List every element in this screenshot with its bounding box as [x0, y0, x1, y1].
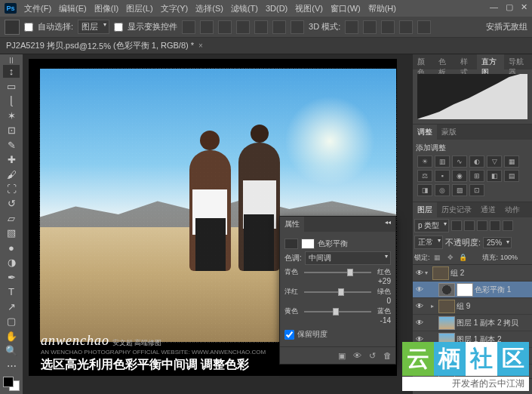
eraser-tool[interactable]: ▱	[3, 212, 20, 225]
lock-all-icon[interactable]: 🔒	[458, 252, 469, 263]
menu-layer[interactable]: 图层(L)	[126, 3, 152, 14]
layer-name[interactable]: 组 9	[457, 301, 470, 312]
tab-adjustments[interactable]: 调整	[413, 125, 437, 140]
lasso-tool[interactable]: ɭ	[3, 94, 20, 107]
blur-tool[interactable]: ●	[3, 242, 20, 254]
adj-bw-icon[interactable]: ▪	[435, 170, 450, 182]
gradient-tool[interactable]: ▧	[3, 226, 20, 239]
adj-threshold-icon[interactable]: ◨	[417, 184, 432, 196]
layer-mask-thumb[interactable]	[457, 283, 473, 297]
adj-photofilter-icon[interactable]: ◉	[452, 170, 467, 182]
slider-0-value[interactable]: +29	[284, 277, 391, 285]
stamp-tool[interactable]: ⛶	[3, 183, 20, 195]
history-brush-tool[interactable]: ↺	[3, 197, 20, 210]
slider-2-value[interactable]: -14	[284, 316, 391, 325]
tab-histogram[interactable]: 直方图	[477, 54, 505, 69]
filter-type-icon[interactable]	[477, 220, 487, 231]
visibility-icon[interactable]: 👁	[414, 285, 425, 294]
align-middle-icon[interactable]	[200, 20, 214, 34]
blend-mode-dropdown[interactable]: 正常	[414, 235, 443, 249]
tab-color[interactable]: 颜色	[413, 54, 434, 69]
adj-exposure-icon[interactable]: ◐	[469, 155, 484, 168]
view-previous-icon[interactable]: 👁	[352, 350, 362, 361]
layer-row[interactable]: 👁▾组 2	[413, 265, 532, 282]
mode-3d-slide-icon[interactable]	[399, 20, 413, 34]
layer-row[interactable]: 👁色彩平衡 1	[413, 282, 532, 298]
align-bottom-icon[interactable]	[218, 20, 232, 34]
scripts-button[interactable]: 安插无敌组	[486, 21, 527, 32]
lock-pixels-icon[interactable]: ▦	[432, 252, 443, 263]
close-icon[interactable]: ×	[198, 42, 203, 50]
tab-history[interactable]: 历史记录	[437, 202, 476, 217]
pen-tool[interactable]: ✒	[3, 271, 20, 284]
visibility-icon[interactable]: 👁	[414, 269, 425, 277]
adj-posterize-icon[interactable]: ▤	[504, 170, 519, 182]
menu-help[interactable]: 帮助(H)	[368, 3, 396, 14]
marquee-tool[interactable]: ▭	[3, 79, 20, 92]
layer-name[interactable]: 色彩平衡 1	[475, 285, 511, 295]
align-center-icon[interactable]	[254, 20, 268, 34]
dodge-tool[interactable]: ◑	[3, 256, 20, 269]
filter-adjust-icon[interactable]	[464, 220, 475, 231]
filter-shape-icon[interactable]	[490, 220, 500, 231]
tab-actions[interactable]: 动作	[500, 202, 524, 217]
tab-swatches[interactable]: 色板	[434, 54, 455, 69]
tab-channels[interactable]: 通道	[476, 202, 500, 217]
filter-pixel-icon[interactable]	[451, 220, 462, 231]
layer-thumb[interactable]	[438, 283, 455, 297]
slider-0-track[interactable]	[304, 268, 371, 277]
slider-2-track[interactable]	[304, 307, 371, 316]
wand-tool[interactable]: ✶	[3, 109, 20, 122]
disclose-icon[interactable]: ▾	[425, 269, 432, 276]
heal-tool[interactable]: ✚	[3, 153, 20, 166]
auto-select-target[interactable]: 图层	[78, 20, 109, 34]
type-tool[interactable]: T	[3, 285, 20, 298]
layer-kind-filter[interactable]: p 类型	[414, 219, 449, 232]
tone-dropdown[interactable]: 中间调	[305, 251, 391, 265]
layer-thumb[interactable]	[438, 300, 455, 313]
properties-panel[interactable]: 属性 ◂◂ 色彩平衡 色调: 中间调 青色红色+29洋红绿色0黄色蓝色-14 保…	[279, 216, 396, 365]
layer-name[interactable]: 图层 1 副本 2 拷贝	[457, 318, 518, 328]
layer-name[interactable]: 组 2	[451, 268, 464, 279]
align-top-icon[interactable]	[182, 20, 195, 34]
path-select-tool[interactable]: ↗	[3, 300, 20, 313]
clip-to-layer-icon[interactable]: ▣	[337, 350, 347, 361]
filter-smart-icon[interactable]	[503, 220, 513, 231]
adj-gradient-icon[interactable]: ▨	[452, 184, 467, 196]
preserve-luminosity-checkbox[interactable]	[284, 330, 294, 340]
reset-icon[interactable]: ↺	[367, 350, 377, 361]
adj-lut-icon[interactable]: ⊡	[469, 184, 484, 196]
mode-3d-roll-icon[interactable]	[363, 20, 377, 34]
window-close[interactable]: ✕	[521, 2, 527, 12]
hand-tool[interactable]: ✋	[3, 329, 20, 342]
edit-toolbar[interactable]: ⋯	[3, 359, 20, 371]
tab-navigator[interactable]: 导航器	[504, 54, 532, 69]
window-maximize[interactable]: ▢	[506, 2, 513, 12]
adj-colorbalance-icon[interactable]: ⚖	[417, 170, 432, 182]
auto-select-checkbox[interactable]	[24, 23, 33, 32]
adj-hue-icon[interactable]: ▦	[504, 155, 519, 168]
menu-3d[interactable]: 3D(D)	[266, 4, 288, 13]
opacity-value[interactable]: 25%	[483, 237, 512, 248]
adj-selective-icon[interactable]: ◎	[435, 184, 450, 196]
zoom-tool[interactable]: 🔍	[3, 344, 20, 357]
shape-tool[interactable]: ▢	[3, 315, 20, 328]
move-tool[interactable]: ↕	[3, 65, 20, 78]
menu-file[interactable]: 文件(F)	[24, 3, 51, 14]
menu-image[interactable]: 图像(I)	[94, 3, 118, 14]
disclose-icon[interactable]: ▸	[431, 303, 438, 309]
layer-thumb[interactable]	[432, 266, 449, 280]
adj-levels-icon[interactable]: ▥	[435, 155, 450, 168]
toolbar-grip-icon[interactable]	[5, 57, 17, 63]
adj-vibrance-icon[interactable]: ▽	[487, 155, 502, 168]
slider-1-track[interactable]	[304, 288, 371, 297]
show-transform-checkbox[interactable]	[114, 23, 123, 32]
visibility-icon[interactable]: 👁	[414, 302, 425, 310]
layer-row[interactable]: 👁图层 1 副本 2 拷贝	[413, 315, 532, 331]
adj-channelmixer-icon[interactable]: ⊞	[469, 170, 484, 182]
tab-styles[interactable]: 样式	[456, 54, 477, 69]
brush-tool[interactable]: 🖌	[3, 168, 20, 180]
menu-filter[interactable]: 滤镜(T)	[231, 3, 258, 14]
tab-masks[interactable]: 蒙版	[437, 125, 461, 140]
visibility-icon[interactable]: 👁	[414, 319, 425, 327]
